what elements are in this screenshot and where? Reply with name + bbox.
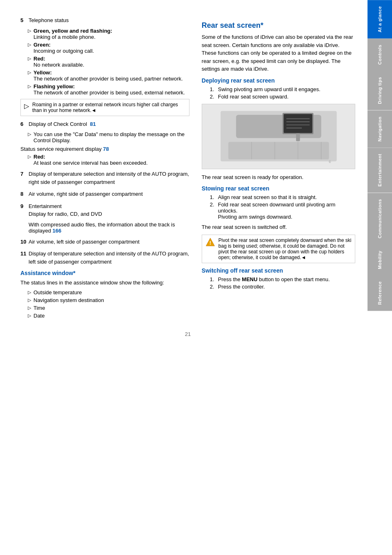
item-11-number: 11 bbox=[20, 250, 29, 266]
stowing-warning-text: Pivot the rear seat screen completely do… bbox=[218, 237, 352, 260]
switching-off-step-1-text: Press the MENU button to open the start … bbox=[218, 276, 330, 282]
bullet-arrow-icon-5: ▷ bbox=[28, 84, 31, 89]
right-column: Rear seat screen* Some of the functions … bbox=[202, 16, 355, 323]
item-5-note-box: ▷ Roaming in a partner or external netwo… bbox=[20, 99, 189, 116]
item-5-subitems: ▷ Green, yellow and red flashing: Linkin… bbox=[28, 28, 189, 96]
stowing-step-1: 1. Align rear seat screen so that it is … bbox=[210, 194, 355, 200]
assistance-time: Time bbox=[33, 305, 45, 311]
item-8-title: Air volume, right side of passenger comp… bbox=[29, 190, 189, 198]
item-6-title: Display of Check Control 81 bbox=[29, 120, 189, 128]
left-column: 5 Telephone status ▷ Green, yellow and r… bbox=[20, 16, 189, 323]
sub-label-yellow: Yellow: bbox=[33, 69, 183, 76]
assistance-window-items: ▷ Outside temperature ▷ Navigation syste… bbox=[28, 289, 189, 319]
item-5-title: Telephone status bbox=[29, 16, 189, 25]
sidebar-tab-communications-label: Communications bbox=[377, 199, 382, 238]
assistance-outside-temp: Outside temperature bbox=[33, 289, 82, 295]
switching-off-heading: Switching off rear seat screen bbox=[202, 267, 355, 274]
sub-item-green: ▷ Green: Incoming or outgoing call. bbox=[28, 42, 189, 54]
stowing-step-1-text: Align rear seat screen so that it is str… bbox=[218, 194, 317, 200]
sidebar-tab-entertainment[interactable]: Entertainment bbox=[368, 148, 392, 192]
switching-off-step-2: 2. Press the controller. bbox=[210, 284, 355, 290]
assistance-item-nav-dest: ▷ Navigation system destination bbox=[28, 297, 189, 303]
assistance-window-heading: Assistance window* bbox=[20, 270, 189, 276]
sub-desc-flashing-yellow: The network of another provider is being… bbox=[33, 90, 185, 96]
assistance-nav-dest: Navigation system destination bbox=[33, 297, 104, 303]
item-10-title: Air volume, left side of passenger compa… bbox=[29, 238, 189, 246]
sidebar-tab-reference[interactable]: Reference bbox=[368, 275, 392, 311]
sub-label-flashing-yellow: Flashing yellow: bbox=[33, 83, 185, 90]
stowing-step-1-num: 1. bbox=[210, 194, 218, 200]
sidebar-tab-at-glance[interactable]: At a glance bbox=[368, 0, 392, 38]
sub-label-green: Green: bbox=[33, 42, 94, 48]
sub-item-status-red: ▷ Red: At least one service interval has… bbox=[28, 154, 189, 166]
main-content: 5 Telephone status ▷ Green, yellow and r… bbox=[0, 0, 368, 555]
sub-item-car-data: ▷ You can use the "Car Data" menu to dis… bbox=[28, 131, 189, 143]
item-9-desc: Display for radio, CD, and DVD bbox=[29, 211, 102, 217]
item-6-status-sub: ▷ Red: At least one service interval has… bbox=[28, 154, 189, 166]
sidebar-tab-mobility[interactable]: Mobility bbox=[368, 244, 392, 275]
item-6-ref[interactable]: 81 bbox=[90, 121, 96, 127]
sidebar-tab-controls-label: Controls bbox=[377, 45, 382, 65]
bullet-arrow-icon-4: ▷ bbox=[28, 70, 31, 75]
item-8: 8 Air volume, right side of passenger co… bbox=[20, 190, 189, 198]
deploying-step-2-text: Fold rear seat screen upward. bbox=[218, 94, 289, 100]
item-9-note2: With compressed audio files, the informa… bbox=[29, 222, 175, 234]
stowing-after: The rear seat screen is switched off. bbox=[202, 223, 355, 231]
sidebar-tab-mobility-label: Mobility bbox=[377, 251, 382, 269]
sub-item-red: ▷ Red: No network available. bbox=[28, 56, 189, 68]
sidebar-tab-reference-label: Reference bbox=[377, 281, 382, 305]
bullet-arrow-icon-9: ▷ bbox=[28, 298, 31, 303]
bullet-arrow-icon-3: ▷ bbox=[28, 56, 31, 61]
sub-desc-yellow: The network of another provider is being… bbox=[33, 76, 183, 82]
svg-rect-3 bbox=[283, 114, 312, 133]
sidebar-tab-communications[interactable]: Communications bbox=[368, 193, 392, 244]
sub-desc-status-red: At least one service interval has been e… bbox=[33, 160, 148, 166]
assistance-item-outside-temp: ▷ Outside temperature bbox=[28, 289, 189, 295]
item-9-note: With compressed audio files, the informa… bbox=[29, 222, 189, 234]
bullet-arrow-icon: ▷ bbox=[28, 28, 31, 34]
stowing-steps: 1. Align rear seat screen so that it is … bbox=[210, 194, 355, 220]
sidebar-tab-controls[interactable]: Controls bbox=[368, 38, 392, 71]
deploying-steps: 1. Swing pivoting arm upward until it en… bbox=[210, 86, 355, 100]
assistance-item-date: ▷ Date bbox=[28, 313, 189, 319]
assistance-date: Date bbox=[33, 313, 45, 319]
deploying-step-1: 1. Swing pivoting arm upward until it en… bbox=[210, 86, 355, 92]
bullet-arrow-icon-8: ▷ bbox=[28, 290, 31, 295]
stowing-step-2-text: Fold rear seat screen downward until piv… bbox=[218, 201, 336, 214]
rear-seat-screen-heading: Rear seat screen* bbox=[202, 21, 355, 30]
stowing-step-2-num: 2. bbox=[210, 201, 218, 220]
svg-rect-9 bbox=[228, 142, 329, 160]
item-5-number: 5 bbox=[20, 16, 29, 25]
deploying-heading: Deploying rear seat screen bbox=[202, 77, 355, 84]
image-caption: The rear seat screen is ready for operat… bbox=[202, 173, 355, 181]
status-req-line: Status service requirement display 78 bbox=[20, 146, 189, 152]
item-9-ref2[interactable]: 166 bbox=[53, 228, 62, 234]
svg-text:!: ! bbox=[209, 239, 211, 246]
item-6: 6 Display of Check Control 81 ▷ You can … bbox=[20, 120, 189, 166]
item-10: 10 Air volume, left side of passenger co… bbox=[20, 238, 189, 246]
status-req-ref[interactable]: 78 bbox=[103, 146, 109, 152]
svg-text:©: © bbox=[329, 161, 331, 164]
deploying-step-1-num: 1. bbox=[210, 86, 218, 92]
sub-desc-red: No network available. bbox=[33, 62, 84, 68]
sub-item-green-yellow-red: ▷ Green, yellow and red flashing: Linkin… bbox=[28, 28, 189, 40]
right-sidebar: At a glance Controls Driving tips Naviga… bbox=[368, 0, 392, 555]
sidebar-tab-navigation[interactable]: Navigation bbox=[368, 110, 392, 148]
rear-seat-screen-intro: Some of the functions of iDrive can also… bbox=[202, 33, 355, 73]
sidebar-tab-at-glance-label: At a glance bbox=[377, 6, 382, 32]
sidebar-tab-driving-label: Driving tips bbox=[377, 77, 382, 104]
sidebar-tab-entertainment-label: Entertainment bbox=[377, 154, 382, 186]
switching-off-step-1: 1. Press the MENU button to open the sta… bbox=[210, 276, 355, 282]
car-image: © bbox=[202, 104, 355, 169]
bullet-arrow-icon-11: ▷ bbox=[28, 313, 31, 318]
assistance-window: Assistance window* The status lines in t… bbox=[20, 270, 189, 319]
item-5-note-text: Roaming in a partner or external network… bbox=[32, 102, 186, 113]
deploying-step-1-text: Swing pivoting arm upward until it engag… bbox=[218, 86, 321, 92]
bullet-arrow-icon-10: ▷ bbox=[28, 305, 31, 311]
stowing-heading: Stowing rear seat screen bbox=[202, 185, 355, 192]
warning-triangle-icon: ! bbox=[205, 237, 215, 247]
sidebar-tab-driving[interactable]: Driving tips bbox=[368, 71, 392, 110]
svg-rect-8 bbox=[296, 134, 300, 141]
assistance-item-time: ▷ Time bbox=[28, 305, 189, 311]
sidebar-tab-navigation-label: Navigation bbox=[377, 116, 382, 141]
